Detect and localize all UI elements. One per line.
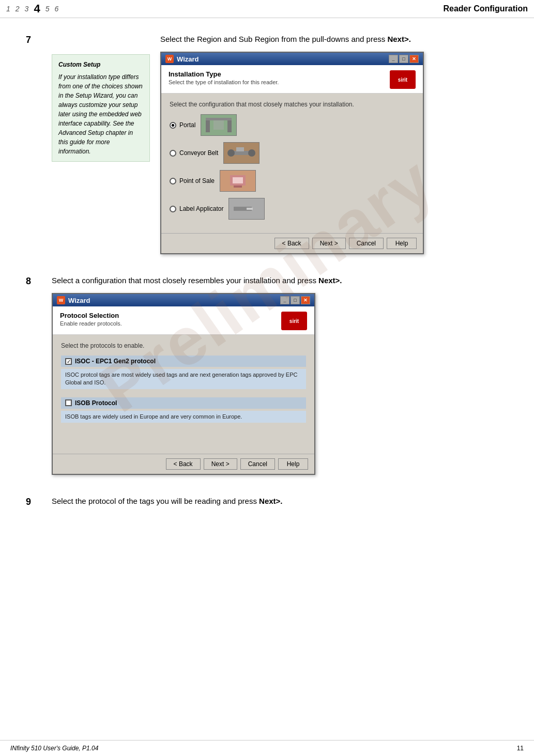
wizard-footer-2: < Back Next > Cancel Help	[53, 454, 314, 474]
step8-layout: Select a configuration that most closely…	[52, 275, 508, 475]
wizard-title-label: Wizard	[177, 55, 199, 63]
svg-rect-3	[213, 120, 224, 130]
wizard-title-label-2: Wizard	[68, 297, 90, 304]
close-btn-2[interactable]: ✕	[301, 296, 310, 304]
titlebar-controls[interactable]: _ □ ✕	[389, 55, 419, 63]
checkbox-isoc[interactable]: ✓	[65, 358, 72, 365]
minimize-btn[interactable]: _	[389, 55, 398, 63]
sirit-logo-1: sirit	[390, 70, 416, 89]
footer-page-number: 11	[517, 745, 524, 752]
wizard-header-subtitle-1: Select the type of installation for this…	[169, 79, 279, 85]
option-label-conveyor: Conveyor Belt	[179, 149, 218, 157]
step-2: 2	[16, 5, 20, 13]
step-4-active: 4	[34, 2, 40, 16]
wizard-body-subtitle-2: Select the protocols to enable.	[61, 342, 306, 349]
wizard-body-2: Select the protocols to enable. ✓ ISOC -…	[53, 335, 314, 454]
help-btn-2[interactable]: Help	[278, 458, 308, 470]
wizard-header-2: Protocol Selection Enable reader protoco…	[53, 306, 314, 335]
wizard-dialog-1: W Wizard _ □ ✕ Installation Type Select …	[160, 52, 424, 254]
isoc-desc: ISOC protcol tags are most widely used t…	[61, 369, 306, 389]
step8-number: 8	[26, 275, 41, 475]
wizard-title-icon: W	[165, 55, 174, 63]
installation-option-conveyor[interactable]: Conveyor Belt	[170, 142, 415, 164]
step9-instruction: Select the protocol of the tags you will…	[52, 496, 508, 506]
svg-rect-2	[206, 118, 232, 120]
step7-layout: Custom Setup If your installation type d…	[52, 34, 424, 254]
page-footer: INfinity 510 User's Guide, P1.04 11	[0, 740, 534, 756]
step-1: 1	[6, 5, 10, 13]
step-5: 5	[45, 5, 50, 13]
installation-option-portal[interactable]: Portal	[170, 114, 415, 136]
wizard-dialog-2: W Wizard _ □ ✕ Protocol Selection Enable…	[52, 293, 315, 475]
restore-btn[interactable]: □	[399, 55, 408, 63]
help-btn-1[interactable]: Help	[387, 238, 417, 249]
svg-rect-12	[252, 204, 260, 213]
page-header: 1 2 3 4 5 6 Reader Configuration	[0, 0, 534, 18]
protocol-isob: ISOB Protocol ISOB tags are widely used …	[61, 397, 306, 423]
wizard-body-1: Select the configuration that most close…	[161, 94, 423, 233]
pos-image	[220, 170, 256, 192]
step7-instruction: Select the Region and Sub Region from th…	[160, 34, 424, 44]
wizard-header-1: Installation Type Select the type of ins…	[161, 65, 423, 94]
step-indicators: 1 2 3 4 5 6	[6, 2, 58, 16]
titlebar-controls-2[interactable]: _ □ ✕	[280, 296, 310, 304]
isoc-label: ISOC - EPC1 Gen2 protocol	[75, 358, 156, 365]
step9-section: 9 Select the protocol of the tags you wi…	[26, 496, 508, 514]
isob-desc: ISOB tags are widely used in Europe and …	[61, 411, 306, 423]
step8-section: 8 Select a configuration that most close…	[26, 275, 508, 475]
option-label-pos: Point of Sale	[179, 177, 215, 184]
isob-label: ISOB Protocol	[75, 399, 117, 407]
radio-pos[interactable]	[170, 178, 176, 184]
radio-conveyor[interactable]	[170, 150, 176, 157]
back-btn-2[interactable]: < Back	[166, 458, 201, 470]
note-body: If your installation type differs from o…	[58, 72, 143, 156]
step8-instruction: Select a configuration that most closely…	[52, 275, 508, 286]
step7-section: 7 Custom Setup If your installation type…	[26, 34, 508, 254]
radio-label[interactable]	[170, 206, 176, 212]
footer-left: INfinity 510 User's Guide, P1.04	[10, 745, 98, 752]
wizard-header-title-2: Protocol Selection	[60, 312, 122, 319]
sirit-logo-2: sirit	[281, 312, 307, 330]
svg-rect-13	[247, 208, 253, 210]
protocol-isoc: ✓ ISOC - EPC1 Gen2 protocol ISOC protcol…	[61, 356, 306, 389]
main-content: Preliminary 7 Custom Setup If your insta…	[0, 18, 534, 550]
option-label-label: Label Applicator	[179, 205, 223, 212]
wizard-header-subtitle-2: Enable reader protocols.	[60, 320, 122, 327]
conveyor-image	[223, 142, 260, 164]
step-6: 6	[54, 5, 58, 13]
back-btn-1[interactable]: < Back	[274, 238, 309, 249]
custom-setup-note: Custom Setup If your installation type d…	[52, 54, 150, 162]
portal-image	[201, 114, 237, 136]
checkbox-isob[interactable]	[65, 399, 72, 406]
step9-number: 9	[26, 496, 41, 514]
step9-content: Select the protocol of the tags you will…	[52, 496, 508, 514]
step7-right: Select the Region and Sub Region from th…	[160, 34, 424, 254]
step7-number: 7	[26, 34, 41, 254]
close-btn[interactable]: ✕	[409, 55, 419, 63]
svg-rect-7	[236, 147, 244, 151]
installation-option-label[interactable]: Label Applicator	[170, 198, 415, 220]
page-title: Reader Configuration	[443, 4, 528, 13]
label-image	[228, 198, 265, 220]
note-title: Custom Setup	[58, 60, 143, 69]
wizard-body-subtitle-1: Select the configuration that most close…	[170, 101, 415, 108]
minimize-btn-2[interactable]: _	[280, 296, 289, 304]
svg-rect-9	[233, 177, 243, 183]
wizard-titlebar-1: W Wizard _ □ ✕	[161, 53, 423, 65]
wizard-titlebar-2: W Wizard _ □ ✕	[53, 294, 314, 306]
radio-portal[interactable]	[170, 122, 176, 129]
step7-sidebar: Custom Setup If your installation type d…	[52, 34, 160, 254]
next-btn-2[interactable]: Next >	[204, 458, 237, 470]
restore-btn-2[interactable]: □	[291, 296, 300, 304]
option-label-portal: Portal	[179, 121, 195, 129]
wizard-header-title-1: Installation Type	[169, 70, 279, 78]
installation-option-pos[interactable]: Point of Sale	[170, 170, 415, 192]
next-btn-1[interactable]: Next >	[312, 238, 346, 249]
wizard-title-icon-2: W	[57, 296, 65, 304]
cancel-btn-1[interactable]: Cancel	[349, 238, 384, 249]
cancel-btn-2[interactable]: Cancel	[240, 458, 275, 470]
svg-point-6	[248, 149, 255, 157]
wizard-footer-1: < Back Next > Cancel Help	[161, 233, 423, 253]
step-3: 3	[25, 5, 29, 13]
svg-rect-10	[234, 186, 242, 188]
